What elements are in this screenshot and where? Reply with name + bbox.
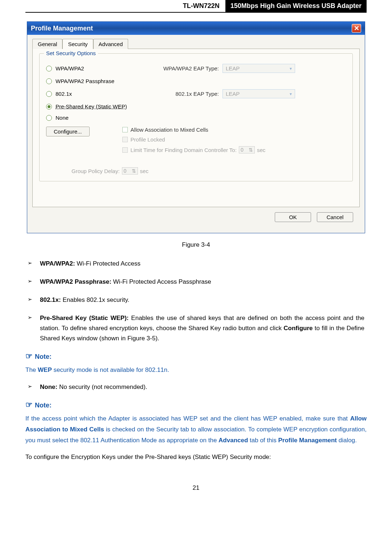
radio-psk[interactable] (46, 104, 52, 110)
product-desc: 150Mbps High Gain Wireless USB Adapter (225, 0, 367, 12)
radio-wpa-pass[interactable] (46, 78, 52, 84)
tab-advanced[interactable]: Advanced (93, 39, 128, 49)
figure-caption: Figure 3-4 (25, 241, 367, 249)
close-icon[interactable]: ✕ (352, 24, 361, 33)
note-header-1: ☞Note: (25, 352, 367, 361)
label-psk: Pre-Shared Key (Static WEP) (56, 103, 139, 110)
checkbox-limit-time (122, 147, 128, 153)
label-limit-time: Limit Time for Finding Domain Controller… (131, 147, 237, 153)
note-header-2: ☞Note: (25, 400, 367, 410)
tab-security[interactable]: Security (62, 39, 93, 49)
dialog-title: Profile Management (31, 25, 93, 32)
bullet-wpa: WPA/WPA2: Wi-Fi Protected Access (40, 259, 364, 269)
spinner-arrows-icon: ⇅ (132, 168, 136, 174)
spinner-gpd: 0⇅ (122, 167, 138, 175)
checkbox-mixed-cells[interactable] (122, 127, 128, 132)
label-profile-locked: Profile Locked (131, 136, 165, 143)
combo-wpa-eap-value: LEAP (226, 65, 240, 71)
label-wpa-eap: WPA/WPA2 EAP Type: (139, 65, 219, 71)
label-8021x-eap: 802.1x EAP Type: (139, 91, 219, 97)
configure-button[interactable]: Configure... (46, 127, 90, 136)
label-sec: sec (257, 147, 265, 153)
bullet-icon: ➢ (28, 277, 40, 287)
hand-icon: ☞ (25, 400, 33, 409)
model-number: TL-WN722N (177, 0, 225, 12)
label-wpa-pass: WPA/WPA2 Passphrase (56, 78, 139, 84)
profile-management-dialog: Profile Management ✕ General Security Ad… (27, 21, 365, 233)
label-8021x: 802.1x (56, 91, 139, 97)
label-mixed-cells: Allow Association to Mixed Cells (131, 127, 208, 133)
note-text-1: The WEP security mode is not available f… (25, 365, 367, 376)
bullet-none: None: No security (not recommended). (40, 382, 364, 392)
bullet-8021x: 802.1x: Enables 802.1x security. (40, 295, 364, 305)
fieldset-legend: Set Security Options (44, 50, 98, 56)
combo-8021x-eap[interactable]: LEAP ▾ (222, 89, 295, 98)
bullet-icon: ➢ (28, 382, 40, 392)
hand-icon: ☞ (25, 352, 33, 361)
tab-strip: General Security Advanced (32, 38, 360, 49)
label-none: None (56, 115, 139, 121)
tab-general[interactable]: General (32, 39, 62, 49)
bullet-icon: ➢ (28, 313, 40, 344)
final-paragraph: To configure the Encryption Keys under t… (25, 452, 367, 463)
page-number: 21 (25, 484, 367, 492)
checkbox-profile-locked (122, 137, 128, 142)
label-wpa: WPA/WPA2 (56, 65, 139, 71)
cancel-button[interactable]: Cancel (317, 212, 353, 222)
label-gpd-sec: sec (140, 168, 148, 174)
radio-8021x[interactable] (46, 91, 52, 97)
security-options-fieldset: Set Security Options WPA/WPA2 WPA/WPA2 E… (39, 53, 353, 181)
chevron-down-icon: ▾ (290, 66, 292, 71)
note-text-2: If the access point which the Adapter is… (25, 413, 367, 446)
bullet-icon: ➢ (28, 259, 40, 269)
radio-wpa[interactable] (46, 66, 52, 71)
bullet-wpa-pass: WPA/WPA2 Passphrase: Wi-Fi Protected Acc… (40, 277, 364, 287)
security-panel: Set Security Options WPA/WPA2 WPA/WPA2 E… (32, 49, 360, 207)
bullet-psk: Pre-Shared Key (Static WEP): Enables the… (40, 313, 364, 344)
spinner-arrows-icon: ⇅ (249, 147, 253, 153)
ok-button[interactable]: OK (275, 212, 311, 222)
combo-8021x-eap-value: LEAP (226, 91, 240, 97)
spinner-limit-time: 0⇅ (239, 146, 255, 153)
dialog-titlebar: Profile Management ✕ (27, 22, 365, 35)
bullet-icon: ➢ (28, 295, 40, 305)
label-group-policy-delay: Group Policy Delay: (72, 168, 120, 174)
radio-none[interactable] (46, 115, 52, 121)
doc-header: TL-WN722N 150Mbps High Gain Wireless USB… (25, 0, 367, 13)
chevron-down-icon: ▾ (290, 91, 292, 97)
combo-wpa-eap[interactable]: LEAP ▾ (222, 64, 295, 73)
